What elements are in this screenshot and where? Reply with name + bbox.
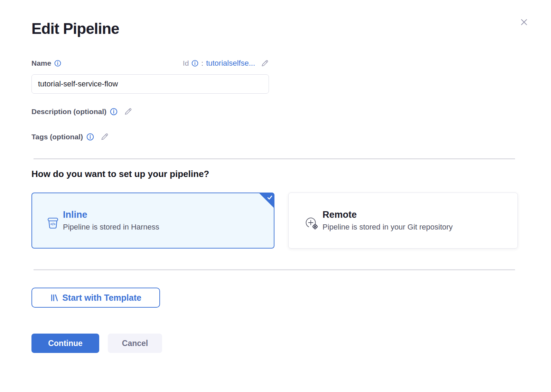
inline-option-card[interactable]: </> Inline Pipeline is stored in Harness (31, 193, 274, 249)
edit-pipeline-dialog: Edit Pipeline Name Id (0, 0, 551, 392)
info-icon[interactable] (192, 60, 198, 67)
name-id-row: Name Id : tutorialselfse... (31, 57, 269, 69)
remote-option-text: Remote Pipeline is stored in your Git re… (323, 209, 453, 232)
name-label: Name (31, 59, 51, 67)
continue-button[interactable]: Continue (31, 334, 99, 353)
edit-id-icon[interactable] (261, 59, 269, 67)
name-label-group: Name (31, 59, 61, 67)
selected-check-icon (259, 193, 274, 208)
tags-row: Tags (optional) (31, 132, 109, 141)
remote-git-icon (304, 215, 319, 231)
tags-label: Tags (optional) (31, 133, 83, 141)
inline-option-text: Inline Pipeline is stored in Harness (63, 209, 159, 232)
start-with-template-label: Start with Template (62, 293, 141, 303)
info-icon[interactable] (110, 108, 118, 115)
description-label: Description (optional) (31, 108, 106, 116)
cancel-button[interactable]: Cancel (108, 334, 162, 353)
template-icon (50, 293, 59, 302)
edit-tags-icon[interactable] (100, 132, 109, 141)
inline-option-title: Inline (63, 209, 159, 220)
description-row: Description (optional) (31, 107, 132, 116)
pipeline-id-link[interactable]: tutorialselfse... (206, 59, 255, 68)
setup-question: How do you want to set up your pipeline? (31, 169, 209, 179)
id-label: Id (183, 59, 189, 67)
close-icon (519, 17, 529, 27)
divider (34, 269, 515, 270)
inline-store-icon: </> (46, 216, 59, 230)
remote-option-card[interactable]: Remote Pipeline is stored in your Git re… (288, 193, 518, 249)
remote-option-subtitle: Pipeline is stored in your Git repositor… (323, 223, 453, 232)
page-title: Edit Pipeline (31, 20, 119, 37)
pipeline-name-input[interactable] (31, 74, 269, 94)
id-separator: : (201, 59, 203, 67)
close-button[interactable] (517, 15, 531, 29)
divider (34, 158, 515, 159)
edit-description-icon[interactable] (124, 107, 132, 116)
remote-option-title: Remote (323, 209, 453, 220)
start-with-template-button[interactable]: Start with Template (31, 288, 160, 308)
pipeline-store-options: </> Inline Pipeline is stored in Harness (31, 193, 518, 249)
info-icon[interactable] (86, 133, 94, 141)
info-icon[interactable] (54, 60, 61, 67)
pipeline-id-group: Id : tutorialselfse... (183, 59, 269, 68)
svg-text:</>: </> (50, 222, 55, 226)
inline-option-subtitle: Pipeline is stored in Harness (63, 223, 159, 232)
